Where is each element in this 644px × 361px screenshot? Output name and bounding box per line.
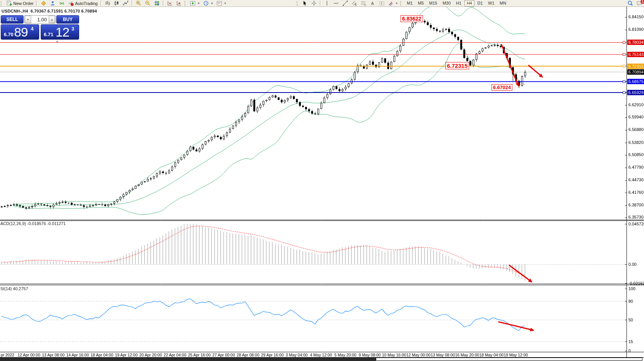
macd-axis-label: -0.021639 xyxy=(628,281,644,286)
one-click-trading-panel: SELL ▼ ▲ BUY 6.70 89 4 6.71 12 3 xyxy=(1,15,79,40)
scrollbar-thumb[interactable] xyxy=(376,358,642,361)
rsi-axis-label: 0 xyxy=(628,348,631,353)
sell-price-big: 89 xyxy=(14,25,28,40)
scrollbar-track[interactable] xyxy=(0,358,376,361)
date-axis-label: 19 May 12:00 xyxy=(504,353,528,357)
date-axis-label: 9 May 08:00 xyxy=(359,353,381,357)
sell-price-pip: 4 xyxy=(31,26,33,32)
price-axis-badge: 6.68575 xyxy=(627,79,644,84)
buy-button[interactable]: BUY xyxy=(56,15,79,24)
price-axis-tick: 6.59940 xyxy=(628,115,644,119)
trade-panel-collapse-icon[interactable]: ❖ xyxy=(56,40,58,43)
date-axis-label: 18 May 04:00 xyxy=(479,353,504,357)
sell-price-panel[interactable]: 6.70 89 4 xyxy=(1,24,39,40)
horizontal-scrollbar[interactable] xyxy=(0,358,644,361)
price-axis-tick: 6.53820 xyxy=(628,140,644,145)
date-axis-label: 5 May 20:00 xyxy=(334,353,356,357)
price-annotation: 6.83622 xyxy=(401,15,423,22)
price-axis-tick: 6.44730 xyxy=(628,177,644,182)
price-axis-tick: 6.62910 xyxy=(628,102,644,107)
price-axis-tick: 6.41760 xyxy=(628,190,644,195)
buy-price-panel[interactable]: 6.71 12 3 xyxy=(41,24,79,40)
price-annotation: 6.67024 xyxy=(491,84,512,91)
volume-group: ▼ ▲ xyxy=(24,15,56,24)
date-axis-label: 18 Apr 04:00 xyxy=(91,353,113,357)
price-axis-badge: 6.78034 xyxy=(627,40,644,45)
price-axis-badge: 6.72315 xyxy=(627,64,644,69)
price-axis-tick: 6.56880 xyxy=(628,127,644,132)
price-axis-tick: 6.81090 xyxy=(628,27,644,32)
macd-axis-label: 0.00 xyxy=(628,262,636,267)
date-axis-label: 20 Apr 20:00 xyxy=(139,353,162,357)
date-axis-label: 4 May 12:00 xyxy=(310,353,332,357)
date-axis-label: pr 2022 xyxy=(1,353,14,357)
chart-ohlc-header: USDCNH-,H4 6.70367 6.71591 6.70170 6.708… xyxy=(2,9,97,13)
volume-increase-button[interactable]: ▲ xyxy=(49,16,55,23)
date-axis-label: 14 Apr 16:00 xyxy=(66,353,89,357)
volume-input[interactable] xyxy=(31,16,49,23)
ohlc-values: 6.70367 6.71591 6.70170 6.70894 xyxy=(30,9,97,13)
date-axis-label: 28 Apr 08:00 xyxy=(237,353,259,357)
price-axis-badge: 6.70894 xyxy=(627,69,644,75)
price-axis-badge: 6.65929 xyxy=(627,90,644,95)
date-axis-label: 22 Apr 04:00 xyxy=(164,353,186,357)
sell-button[interactable]: SELL xyxy=(1,15,24,24)
date-axis-label: 25 Apr 16:00 xyxy=(188,353,211,357)
price-axis-badge: 6.75143 xyxy=(627,52,644,57)
volume-decrease-button[interactable]: ▼ xyxy=(25,16,31,23)
rsi-indicator-label: SI(14) 40.2757 xyxy=(0,286,28,291)
buy-price-main: 6.71 xyxy=(44,32,53,37)
rsi-axis-label: 100 xyxy=(628,286,635,291)
date-axis-label: 19 Apr 12:00 xyxy=(115,353,138,357)
price-axis-tick: 6.84150 xyxy=(628,14,644,19)
price-axis-tick: 6.47790 xyxy=(628,165,644,169)
symbol-timeframe-label: USDCNH-,H4 xyxy=(2,9,28,13)
chart-canvas[interactable] xyxy=(0,0,644,361)
buy-price-big: 12 xyxy=(56,25,69,40)
price-annotation: 6.72315 xyxy=(445,62,469,69)
macd-axis-label: 0.045726 xyxy=(628,222,644,226)
date-axis-label: 13 Apr 08:00 xyxy=(42,353,65,357)
price-axis-tick: 6.50850 xyxy=(628,152,644,157)
date-axis-label: 12 Apr 00:00 xyxy=(17,353,40,357)
date-axis-label: 12 May 00:00 xyxy=(406,353,431,357)
rsi-axis-label: 80 xyxy=(628,299,633,303)
buy-price-pip: 3 xyxy=(72,26,74,32)
date-axis-label: 29 Apr 16:00 xyxy=(261,353,284,357)
date-axis-label: 10 May 16:00 xyxy=(382,353,406,357)
date-axis-label: 3 May 04:00 xyxy=(286,353,308,357)
price-axis-tick: 6.35730 xyxy=(628,215,644,219)
date-axis-label: 27 Apr 00:00 xyxy=(212,353,235,357)
rsi-axis-label: 15 xyxy=(628,339,633,344)
macd-indicator-label: ACD(12,26,9) -0.018576 -0.011271 xyxy=(0,221,66,226)
rsi-axis-label: 50 xyxy=(628,318,633,322)
date-axis-label: 16 May 20:00 xyxy=(455,353,479,357)
sell-price-main: 6.70 xyxy=(4,32,13,37)
mt4-window: New Order AutoTrading xyxy=(0,0,644,361)
price-axis-tick: 6.38700 xyxy=(628,203,644,207)
date-axis-label: 13 May 08:00 xyxy=(431,353,455,357)
